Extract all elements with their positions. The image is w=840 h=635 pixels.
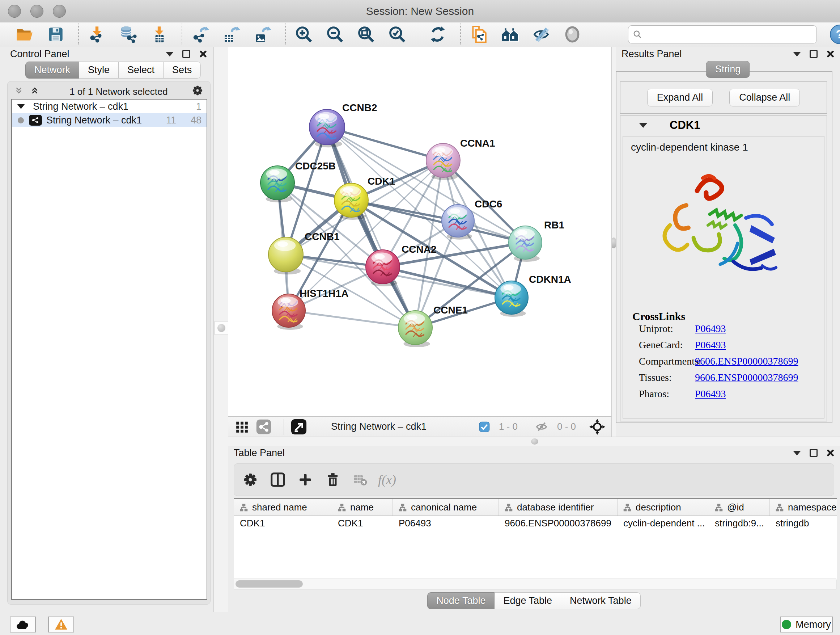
tab-edge-table[interactable]: Edge Table	[494, 592, 561, 609]
network-node-CDC25B[interactable]: CDC25B	[261, 160, 336, 203]
zoom-out-icon[interactable]	[325, 24, 345, 44]
network-canvas[interactable]: CCNB2CCNA1CDC25BCDK1CDC6RB1CCNB1CCNA2CDK…	[228, 47, 611, 416]
crosshair-icon[interactable]	[589, 418, 606, 435]
tab-network-table[interactable]: Network Table	[561, 592, 641, 609]
column-header-database-identifier[interactable]: database identifier	[499, 499, 617, 516]
string-document-icon[interactable]	[469, 24, 489, 44]
import-network-from-file-icon[interactable]	[87, 24, 107, 44]
import-network-from-database-icon[interactable]	[118, 24, 138, 44]
protein-description: cyclin-dependent kinase 1	[623, 136, 824, 153]
column-header-shared-name[interactable]: shared name	[234, 499, 332, 516]
table-cell[interactable]: CDK1	[332, 516, 393, 530]
expand-all-networks-icon[interactable]	[30, 86, 39, 98]
column-header-name[interactable]: name	[332, 499, 393, 516]
network-node-CCNB2[interactable]: CCNB2	[309, 102, 377, 147]
import-table-from-file-icon[interactable]	[149, 24, 169, 44]
table-cell[interactable]: P06493	[393, 516, 499, 530]
crosslink-value-link[interactable]: P06493	[695, 339, 726, 351]
crosslink-value-link[interactable]: P06493	[695, 323, 726, 334]
export-table-icon[interactable]	[221, 24, 242, 44]
crosslink-value-link[interactable]: 9606.ENSP00000378699	[695, 356, 798, 367]
column-header-canonical-name[interactable]: canonical name	[393, 499, 499, 516]
table-row[interactable]: CDK1CDK1P064939606.ENSP00000378699cyclin…	[234, 516, 837, 530]
network-share-icon[interactable]	[256, 418, 272, 435]
protein-section-header[interactable]: CDK1	[621, 116, 827, 135]
tab-network[interactable]: Network	[25, 62, 79, 79]
open-in-window-icon[interactable]	[291, 418, 307, 435]
help-button[interactable]: ?	[830, 25, 840, 44]
delete-column-trash-icon[interactable]	[323, 470, 343, 489]
close-panel-icon[interactable]	[199, 50, 207, 58]
column-header--id[interactable]: @id	[709, 499, 770, 516]
network-edge[interactable]	[289, 310, 415, 328]
section-caret-icon[interactable]	[639, 123, 647, 128]
tab-style[interactable]: Style	[79, 62, 118, 79]
cloud-button[interactable]	[10, 616, 36, 632]
close-panel-icon[interactable]	[826, 50, 834, 58]
table-cell[interactable]: 9606.ENSP00000378699	[499, 516, 617, 530]
warning-button[interactable]	[48, 616, 74, 632]
show-columns-icon[interactable]	[268, 470, 287, 489]
save-session-icon[interactable]	[46, 24, 66, 44]
panel-menu-icon[interactable]	[793, 52, 801, 57]
scrollbar-thumb[interactable]	[235, 580, 303, 587]
table-cell[interactable]: stringdb:9...	[709, 516, 770, 530]
tab-string[interactable]: String	[706, 61, 750, 78]
search-input[interactable]	[645, 28, 812, 40]
float-panel-icon[interactable]	[810, 449, 818, 457]
tab-node-table[interactable]: Node Table	[427, 592, 494, 609]
collapse-all-button[interactable]: Collapse All	[729, 89, 800, 106]
table-cell[interactable]: CDK1	[234, 516, 332, 530]
export-network-icon[interactable]	[190, 24, 210, 44]
tab-select[interactable]: Select	[118, 62, 164, 79]
splitter-handle[interactable]	[531, 439, 538, 445]
network-collection-row[interactable]: String Network – cdk1 1	[12, 100, 207, 113]
apply-preferred-layout-icon[interactable]	[428, 24, 448, 44]
column-header-description[interactable]: description	[617, 499, 709, 516]
selected-count: 1 - 0	[499, 421, 518, 432]
network-row[interactable]: String Network – cdk1 11 48	[12, 113, 207, 127]
network-node-count: 11	[160, 115, 176, 126]
collection-caret-icon[interactable]	[17, 104, 25, 109]
network-node-CCNA1[interactable]: CCNA1	[426, 138, 495, 180]
toolbar-separator	[460, 24, 461, 45]
table-cell[interactable]: cyclin-dependent ...	[617, 516, 709, 530]
network-node-RB1[interactable]: RB1	[508, 219, 564, 262]
birdseye-grid-icon[interactable]	[234, 418, 250, 435]
float-panel-icon[interactable]	[182, 50, 190, 58]
cybrowser-home-icon[interactable]	[500, 24, 520, 44]
node-label: CDC25B	[295, 160, 336, 172]
close-panel-icon[interactable]	[826, 449, 834, 457]
column-header-namespace[interactable]: namespace	[770, 499, 837, 516]
table-panel-splitter[interactable]	[228, 437, 840, 447]
crosslink-value-link[interactable]: P06493	[695, 388, 726, 400]
open-file-icon[interactable]	[14, 24, 35, 44]
network-node-CDKN1A[interactable]: CDKN1A	[495, 274, 571, 317]
selected-checkbox-icon[interactable]	[478, 418, 490, 435]
crosslink-value-link[interactable]: 9606.ENSP00000378699	[695, 372, 798, 383]
panel-menu-icon[interactable]	[793, 451, 801, 455]
float-panel-icon[interactable]	[810, 50, 818, 58]
tab-sets[interactable]: Sets	[164, 62, 201, 79]
network-node-CDC6[interactable]: CDC6	[442, 198, 502, 240]
control-panel-splitter[interactable]	[213, 47, 229, 612]
show-hide-details-icon[interactable]	[531, 24, 551, 44]
export-image-icon[interactable]	[253, 24, 273, 44]
column-label: description	[636, 502, 681, 513]
memory-button[interactable]: Memory	[780, 616, 833, 632]
table-options-gear-icon[interactable]	[240, 470, 260, 489]
network-node-HIST1H1A[interactable]: HIST1H1A	[272, 288, 348, 330]
zoom-in-icon[interactable]	[294, 24, 314, 44]
panel-menu-icon[interactable]	[166, 52, 174, 57]
splitter-handle[interactable]	[215, 321, 228, 335]
table-cell[interactable]: stringdb	[770, 516, 837, 530]
horizontal-scrollbar[interactable]	[234, 578, 836, 589]
zoom-selected-icon[interactable]	[387, 24, 407, 44]
expand-all-button[interactable]: Expand All	[647, 89, 713, 106]
splitter-handle[interactable]	[612, 238, 616, 249]
network-options-gear-icon[interactable]	[191, 84, 204, 99]
create-column-plus-icon[interactable]	[295, 470, 315, 489]
zoom-fit-icon[interactable]	[356, 24, 376, 44]
search-field[interactable]	[628, 25, 817, 43]
collapse-all-networks-icon[interactable]	[14, 86, 24, 98]
